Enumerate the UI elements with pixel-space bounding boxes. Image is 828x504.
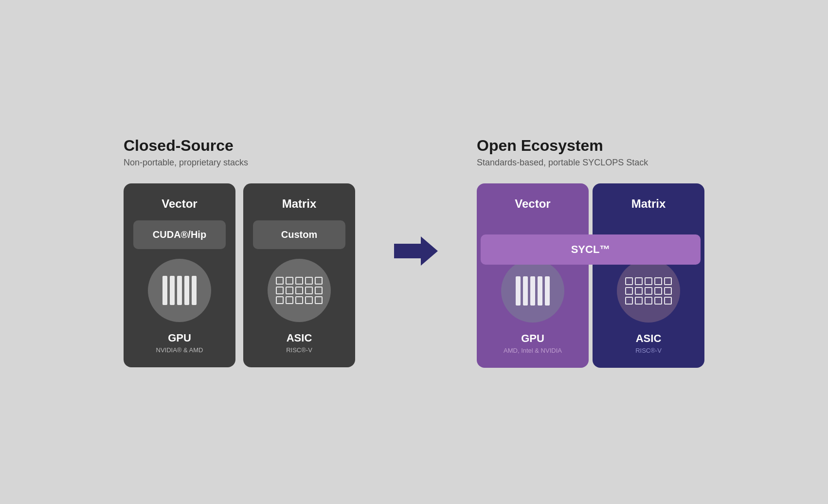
main-container: Closed-Source Non-portable, proprietary … [0,117,828,387]
asic-open-cell-1 [625,277,633,285]
asic-grid-icon-open [625,277,672,305]
cuda-hip-text: CUDA®/Hip [153,229,206,240]
svg-marker-0 [394,236,438,266]
asic-open-cell-7 [635,287,643,295]
custom-badge: Custom [253,220,345,249]
gpu-sublabel-open: AMD, Intel & NVIDIA [504,347,562,354]
asic-open-cell-2 [635,277,643,285]
asic-cell-1 [276,277,284,285]
vector-card-closed: Vector CUDA®/Hip GPU NVIDIA® & AMD [124,183,235,367]
cuda-hip-badge: CUDA®/Hip [133,220,226,249]
gpu-icon-closed [148,259,211,322]
asic-sublabel-open: RISC®-V [635,347,662,354]
closed-source-cards: Vector CUDA®/Hip GPU NVIDIA® & AMD [124,183,355,367]
custom-text: Custom [281,229,317,240]
asic-cell-11 [276,296,284,304]
vector-label-closed: Vector [162,197,197,211]
asic-cell-12 [286,296,293,304]
asic-open-cell-12 [635,297,643,305]
sycl-text: SYCL™ [571,243,611,255]
asic-cell-9 [305,287,313,294]
gpu-bars-icon [162,276,197,305]
open-ecosystem-section: Open Ecosystem Standards-based, portable… [477,137,704,368]
asic-cell-2 [286,277,293,285]
arrow-icon [394,234,438,268]
gpu-bar-open-5 [545,276,550,306]
gpu-bar-3 [177,276,182,305]
asic-bottom-closed: ASIC RISC®-V [286,332,312,354]
asic-sublabel-closed: RISC®-V [286,346,312,354]
matrix-label-closed: Matrix [282,197,317,211]
closed-source-section: Closed-Source Non-portable, proprietary … [124,137,355,367]
gpu-bar-1 [162,276,167,305]
gpu-bar-2 [170,276,175,305]
gpu-bar-open-3 [530,276,535,306]
asic-cell-6 [276,287,284,294]
asic-cell-10 [315,287,323,294]
asic-grid-icon [276,277,323,304]
closed-source-title: Closed-Source [124,137,234,155]
gpu-label-closed: GPU [156,332,203,344]
open-ecosystem-subtitle: Standards-based, portable SYCLOPS Stack [477,158,648,168]
gpu-bar-5 [192,276,197,305]
open-cards-row: Vector GPU AMD, Inte [477,183,704,368]
asic-open-cell-14 [654,297,662,305]
gpu-bottom-closed: GPU NVIDIA® & AMD [156,332,203,354]
asic-open-cell-8 [645,287,652,295]
gpu-icon-open [501,259,564,323]
open-ecosystem-title: Open Ecosystem [477,137,603,155]
closed-source-subtitle: Non-portable, proprietary stacks [124,158,248,168]
asic-cell-4 [305,277,313,285]
asic-icon-open [617,259,680,323]
asic-open-cell-15 [664,297,672,305]
asic-open-cell-3 [645,277,652,285]
asic-icon-closed [268,259,331,322]
gpu-bar-open-4 [538,276,542,306]
gpu-bottom-open: GPU AMD, Intel & NVIDIA [504,332,562,354]
asic-bottom-open: ASIC RISC®-V [635,332,662,354]
asic-cell-8 [295,287,303,294]
asic-open-cell-9 [654,287,662,295]
open-cards-wrapper: SYCL™ Vector [477,183,704,368]
vector-card-open: Vector GPU AMD, Inte [477,183,589,368]
asic-open-cell-6 [625,287,633,295]
gpu-bar-open-1 [516,276,521,306]
asic-open-cell-4 [654,277,662,285]
gpu-sublabel-closed: NVIDIA® & AMD [156,346,203,354]
asic-open-cell-11 [625,297,633,305]
asic-cell-14 [305,296,313,304]
gpu-bar-open-2 [523,276,528,306]
asic-open-cell-10 [664,287,672,295]
asic-cell-15 [315,296,323,304]
asic-cell-5 [315,277,323,285]
asic-open-cell-13 [645,297,652,305]
arrow-container [394,137,438,268]
asic-label-open: ASIC [635,332,662,345]
vector-label-open: Vector [515,197,550,211]
matrix-label-open: Matrix [631,197,666,211]
gpu-bars-icon-open [516,276,550,306]
asic-cell-13 [295,296,303,304]
asic-cell-3 [295,277,303,285]
asic-open-cell-5 [664,277,672,285]
sycl-banner: SYCL™ [481,234,701,265]
asic-label-closed: ASIC [286,332,312,344]
matrix-card-closed: Matrix Custom [243,183,355,367]
gpu-bar-4 [184,276,189,305]
matrix-card-open: Matrix [593,183,704,368]
asic-cell-7 [286,287,293,294]
gpu-label-open: GPU [504,332,562,345]
